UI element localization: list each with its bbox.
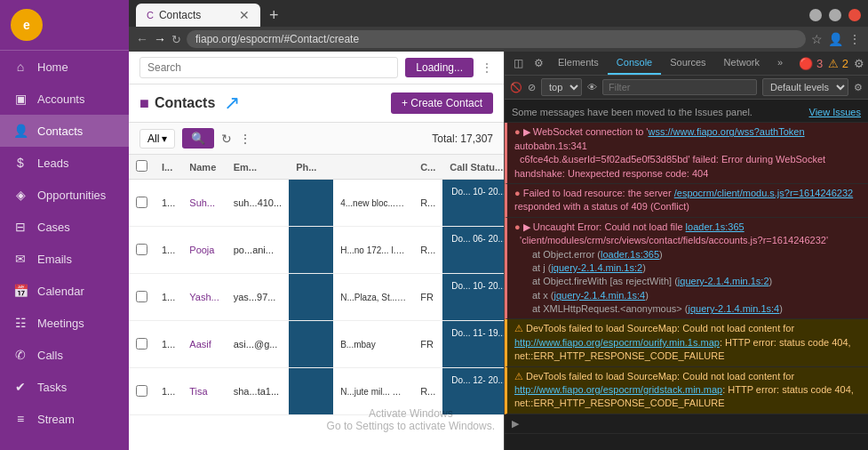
more-actions-button[interactable]: ⋮: [239, 132, 251, 146]
cell-name[interactable]: Yash...: [182, 274, 226, 321]
settings-icon[interactable]: ⚙: [854, 82, 863, 93]
search-button[interactable]: 🔍: [182, 128, 214, 149]
cell-id: 1...: [155, 274, 182, 321]
window-close-button[interactable]: ✕: [848, 9, 861, 21]
devtools-gear-icon[interactable]: ⚙: [854, 57, 864, 70]
console-filter-input[interactable]: [602, 79, 757, 95]
sidebar-item-calls[interactable]: ✆ Calls: [0, 339, 129, 371]
devtools-dock-icon[interactable]: ◫: [508, 53, 529, 73]
sidebar-item-meetings[interactable]: ☷ Meetings: [0, 307, 129, 339]
cell-address: H...no 172... l...re: [333, 227, 413, 274]
cell-name[interactable]: Tisa: [182, 368, 226, 415]
tab-bar: C Contacts ✕ + — □ ✕: [129, 0, 868, 27]
expand-arrow[interactable]: ▶: [512, 418, 519, 429]
sidebar-item-stream[interactable]: ≡ Stream: [0, 403, 129, 435]
filter-dropdown[interactable]: All ▾: [139, 129, 175, 149]
col-header-status: Call Statu...: [442, 155, 504, 180]
row-checkbox-0[interactable]: [136, 197, 147, 208]
table-row: 1... Tisa sha...ta1... N...jute mil... K…: [129, 368, 504, 415]
bookmark-icon[interactable]: ☆: [811, 32, 823, 46]
cell-address: N...Plaza, St... E...alore: [333, 274, 413, 321]
resource-url-link[interactable]: /espocrm/client/modu.s.js?r=1614246232: [674, 188, 853, 198]
cell-name[interactable]: Pooja: [182, 227, 226, 274]
leads-icon: $: [12, 156, 28, 170]
console-msg-uncaught: ● ▶ Uncaught Error: Could not load file …: [505, 218, 868, 320]
contacts-table: I... Name Em... Ph... C... Call Statu...…: [129, 155, 504, 450]
meetings-icon: ☷: [12, 316, 28, 330]
cell-country: FR: [413, 321, 442, 368]
error-link-4[interactable]: jquery-2.1.4.min.1s:4: [553, 290, 645, 301]
sidebar-item-emails[interactable]: ✉ Emails: [0, 243, 129, 275]
filter-icon: 👁: [587, 82, 597, 92]
error-link-2[interactable]: jquery-2.1.4.min.1s:2: [551, 262, 642, 273]
cell-country: R...: [413, 227, 442, 274]
window-maximize-button[interactable]: □: [829, 9, 841, 21]
error-link-1[interactable]: loader.1s:365: [601, 249, 659, 260]
console-msg-sourcemap-1: ⚠ DevTools failed to load SourceMap: Cou…: [505, 319, 868, 366]
profile-icon[interactable]: 👤: [828, 32, 843, 46]
preserve-log-icon[interactable]: ⊘: [528, 82, 536, 93]
sidebar-item-cases[interactable]: ⊟ Cases: [0, 211, 129, 243]
table-row: 1... Yash... yas...97... N...Plaza, St..…: [129, 274, 504, 321]
tab-sources[interactable]: Sources: [661, 52, 714, 75]
cell-phone: [289, 368, 333, 415]
sidebar-item-label: Accounts: [37, 92, 84, 106]
clear-console-icon[interactable]: 🚫: [510, 82, 522, 93]
cell-email: yas...97...: [227, 274, 289, 321]
row-checkbox-3[interactable]: [136, 338, 147, 350]
crm-title: ■ Contacts: [139, 94, 215, 113]
toolbar-more-icon[interactable]: ⋮: [481, 60, 493, 75]
browser-tab-contacts[interactable]: C Contacts ✕: [136, 4, 260, 27]
nav-back-button[interactable]: ←: [136, 32, 148, 46]
reload-button[interactable]: ↻: [171, 33, 181, 46]
context-select[interactable]: top: [541, 78, 582, 96]
extensions-icon[interactable]: ⋮: [848, 32, 861, 46]
sidebar-item-label: Stream: [37, 413, 75, 426]
nav-forward-button[interactable]: →: [154, 32, 166, 46]
tab-more[interactable]: »: [768, 52, 792, 75]
console-msg-websocket: ● ▶ WebSocket connection to 'wss://www.f…: [505, 123, 868, 184]
sidebar-item-home[interactable]: ⌂ Home: [0, 51, 129, 83]
view-issues-link[interactable]: View Issues: [809, 106, 862, 119]
select-all-checkbox[interactable]: [136, 160, 147, 172]
row-checkbox-2[interactable]: [136, 291, 147, 302]
sidebar-item-leads[interactable]: $ Leads: [0, 147, 129, 179]
sidebar-item-contacts[interactable]: 👤 Contacts: [0, 115, 129, 147]
error-link-3[interactable]: jquery-2.1.4.min.1s:2: [678, 276, 769, 286]
sidebar-logo: e: [0, 0, 129, 51]
contacts-icon: 👤: [12, 124, 28, 138]
window-minimize-button[interactable]: —: [809, 9, 822, 21]
cell-phone: [289, 227, 333, 274]
sourcemap-url-2[interactable]: http://www.fiapo.org/espocrm/gridstack.m…: [514, 384, 722, 395]
sidebar-item-opportunities[interactable]: ◈ Opportunities: [0, 179, 129, 211]
devtools-settings-icon[interactable]: ⚙: [529, 53, 549, 73]
url-bar[interactable]: [187, 30, 806, 48]
new-tab-button[interactable]: +: [264, 6, 284, 25]
col-header-id: I...: [155, 155, 182, 180]
loading-button[interactable]: Loading...: [405, 58, 474, 77]
level-select[interactable]: Default levels: [762, 78, 848, 96]
sidebar-item-tasks[interactable]: ✔ Tasks: [0, 371, 129, 403]
cell-name[interactable]: Aasif: [182, 321, 226, 368]
tab-console[interactable]: Console: [608, 52, 661, 75]
sidebar-item-calendar[interactable]: 📅 Calendar: [0, 275, 129, 307]
tab-network[interactable]: Network: [715, 52, 768, 75]
sidebar-item-label: Tasks: [37, 381, 67, 394]
tab-close-button[interactable]: ✕: [239, 8, 250, 22]
col-header-name: Name: [182, 155, 226, 180]
websocket-url-link[interactable]: wss://www.fiapo.org/wss?authToken: [648, 126, 804, 137]
crm-search-input[interactable]: [139, 57, 398, 78]
tab-elements[interactable]: Elements: [549, 52, 608, 75]
row-checkbox-1[interactable]: [136, 244, 147, 255]
row-checkbox-4[interactable]: [136, 385, 147, 397]
cell-status: Do... 10- 20... Pr...on -S...: [442, 274, 504, 321]
cell-name[interactable]: Suh...: [182, 180, 226, 227]
create-contact-button[interactable]: + Create Contact: [391, 92, 493, 114]
sidebar-item-accounts[interactable]: ▣ Accounts: [0, 83, 129, 115]
sourcemap-url-1[interactable]: http://www.fiapo.org/espocrm/ourify.min.…: [514, 337, 720, 348]
arrow-hint-icon: ↗: [224, 92, 240, 115]
file-link[interactable]: loader.1s:365: [686, 221, 745, 232]
refresh-button[interactable]: ↻: [221, 132, 232, 146]
error-link-5[interactable]: jquery-2.1.4.min.1s:4: [688, 303, 779, 314]
sidebar-more[interactable]: ···: [0, 435, 129, 450]
